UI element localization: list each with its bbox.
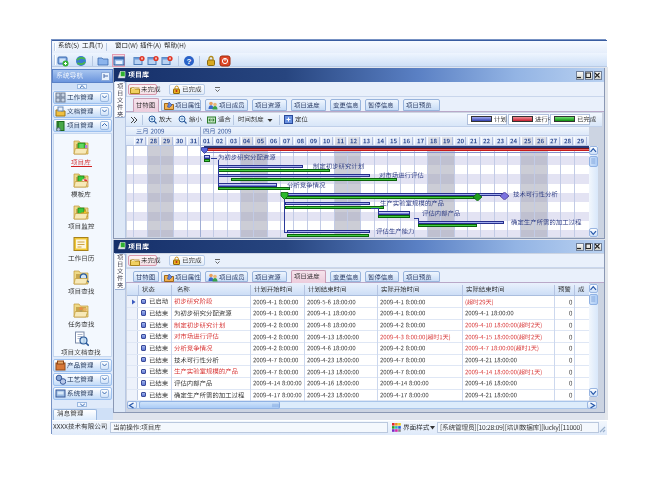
svg-text:?: ?: [187, 57, 192, 66]
